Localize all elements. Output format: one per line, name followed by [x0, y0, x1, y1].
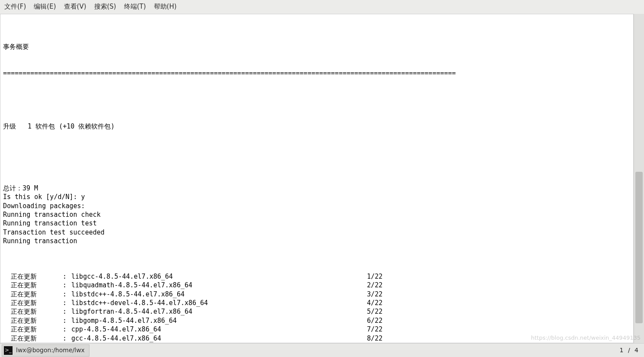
progress-counter: 5/22 — [367, 307, 387, 316]
terminal-line: 总计：39 M — [3, 184, 631, 193]
prelude-block: 总计：39 MIs this ok [y/d/N]: yDownloading … — [3, 184, 631, 246]
menu-terminal[interactable]: 终端(T) — [124, 2, 146, 11]
action-label: 正在更新 — [11, 325, 63, 334]
terminal-icon: >_ — [4, 346, 13, 355]
colon-separator: : — [63, 290, 71, 299]
watermark-text: https://blog.csdn.net/weixin_44949135 — [531, 334, 641, 342]
package-name: gcc-4.8.5-44.el7.x86_64 — [71, 334, 161, 343]
colon-separator: : — [63, 325, 71, 334]
task-label: lwx@bogon:/home/lwx — [16, 346, 85, 354]
action-label: 正在更新 — [11, 316, 63, 325]
package-name: libgcc-4.8.5-44.el7.x86_64 — [71, 272, 173, 281]
terminal-line: Running transaction check — [3, 210, 631, 219]
progress-counter: 8/22 — [367, 334, 387, 343]
transaction-row: 正在更新: gcc-4.8.5-44.el7.x86_648/22 — [3, 334, 387, 343]
transaction-row: 正在更新: libstdc++-4.8.5-44.el7.x86_643/22 — [3, 290, 387, 299]
task-terminal-button[interactable]: >_ lwx@bogon:/home/lwx — [2, 344, 89, 357]
package-name: libquadmath-4.8.5-44.el7.x86_64 — [71, 281, 192, 289]
menu-edit[interactable]: 编辑(E) — [34, 2, 56, 11]
indent — [3, 334, 11, 343]
action-label: 正在更新 — [11, 281, 63, 289]
menu-help[interactable]: 帮助(H) — [154, 2, 177, 11]
separator-line: ========================================… — [3, 69, 631, 77]
package-name: libstdc++-devel-4.8.5-44.el7.x86_64 — [71, 299, 208, 307]
blank-line — [3, 96, 631, 104]
progress-counter: 3/22 — [367, 290, 387, 299]
package-name: libstdc++-4.8.5-44.el7.x86_64 — [71, 290, 185, 299]
terminal-line: Downloading packages: — [3, 202, 631, 210]
colon-separator: : — [63, 299, 71, 307]
menu-view[interactable]: 查看(V) — [64, 2, 86, 11]
workspace-indicator[interactable]: 1 / 4 — [620, 346, 640, 354]
terminal-pane[interactable]: 事务概要 ===================================… — [0, 14, 634, 343]
menubar: 文件(F) 编辑(E) 查看(V) 搜索(S) 终端(T) 帮助(H) — [0, 0, 644, 14]
transaction-row: 正在更新: libgfortran-4.8.5-44.el7.x86_645/2… — [3, 307, 387, 316]
action-label: 正在更新 — [11, 290, 63, 299]
indent — [3, 272, 11, 281]
colon-separator: : — [63, 307, 71, 316]
package-name: cpp-4.8.5-44.el7.x86_64 — [71, 325, 161, 334]
taskbar: >_ lwx@bogon:/home/lwx 1 / 4 — [0, 343, 644, 357]
blank-line — [3, 148, 631, 157]
progress-counter: 2/22 — [367, 281, 387, 289]
scrollbar-thumb[interactable] — [635, 172, 643, 323]
progress-counter: 4/22 — [367, 299, 387, 307]
action-label: 正在更新 — [11, 307, 63, 316]
colon-separator: : — [63, 334, 71, 343]
action-label: 正在更新 — [11, 272, 63, 281]
terminal-line: Running transaction test — [3, 219, 631, 228]
transaction-row: 正在更新: libquadmath-4.8.5-44.el7.x86_642/2… — [3, 281, 387, 289]
vertical-scrollbar[interactable] — [634, 14, 644, 343]
package-name: libgomp-4.8.5-44.el7.x86_64 — [71, 316, 177, 325]
indent — [3, 307, 11, 316]
action-label: 正在更新 — [11, 334, 63, 343]
colon-separator: : — [63, 281, 71, 289]
indent — [3, 316, 11, 325]
terminal-line: Transaction test succeeded — [3, 228, 631, 237]
action-label: 正在更新 — [11, 299, 63, 307]
indent — [3, 325, 11, 334]
transaction-row: 正在更新: libgomp-4.8.5-44.el7.x86_646/22 — [3, 316, 387, 325]
window: 文件(F) 编辑(E) 查看(V) 搜索(S) 终端(T) 帮助(H) 事务概要… — [0, 0, 644, 357]
terminal-line: Is this ok [y/d/N]: y — [3, 193, 631, 201]
progress-counter: 6/22 — [367, 316, 387, 325]
progress-counter: 1/22 — [367, 272, 387, 281]
colon-separator: : — [63, 272, 71, 281]
transaction-title: 事务概要 — [3, 42, 631, 51]
indent — [3, 299, 11, 307]
upgrade-summary: 升级 1 软件包 (+10 依赖软件包) — [3, 122, 631, 131]
terminal-line: Running transaction — [3, 237, 631, 245]
indent — [3, 290, 11, 299]
menu-search[interactable]: 搜索(S) — [94, 2, 116, 11]
transaction-row: 正在更新: libstdc++-devel-4.8.5-44.el7.x86_6… — [3, 299, 387, 307]
package-name: libgfortran-4.8.5-44.el7.x86_64 — [71, 307, 192, 316]
indent — [3, 281, 11, 289]
transaction-row: 正在更新: libgcc-4.8.5-44.el7.x86_641/22 — [3, 272, 387, 281]
menu-file[interactable]: 文件(F) — [4, 2, 26, 11]
progress-counter: 7/22 — [367, 325, 387, 334]
transaction-row: 正在更新: cpp-4.8.5-44.el7.x86_647/22 — [3, 325, 387, 334]
colon-separator: : — [63, 316, 71, 325]
